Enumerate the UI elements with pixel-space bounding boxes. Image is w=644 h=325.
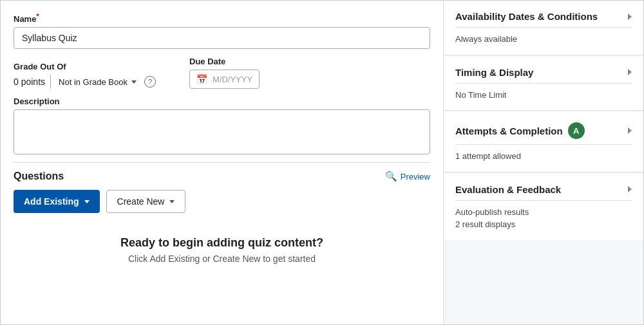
calendar-icon: 📅 xyxy=(196,74,207,84)
availability-divider xyxy=(455,27,632,28)
create-new-chevron-icon xyxy=(169,200,175,203)
name-input[interactable] xyxy=(14,27,430,49)
grade-points: 0 points xyxy=(14,77,45,87)
add-existing-label: Add Existing xyxy=(24,196,79,207)
timing-title: Timing & Display xyxy=(455,67,533,78)
availability-title: Availability Dates & Conditions xyxy=(455,11,598,22)
create-new-label: Create New xyxy=(117,196,165,207)
availability-header-row: Availability Dates & Conditions xyxy=(455,11,632,22)
attempts-subtext: 1 attempt allowed xyxy=(455,150,632,163)
attempts-section[interactable]: Attempts & Completion A 1 attempt allowe… xyxy=(444,112,643,172)
timing-section[interactable]: Timing & Display No Time Limit xyxy=(444,57,643,111)
attempts-badge: A xyxy=(568,122,585,139)
evaluation-title: Evaluation & Feedback xyxy=(455,184,561,195)
due-date-placeholder: M/D/YYYY xyxy=(213,75,252,84)
questions-title: Questions xyxy=(14,171,64,182)
left-panel: Name* Grade Out Of 0 points Not in Grade… xyxy=(1,1,444,324)
due-date-label: Due Date xyxy=(189,57,260,66)
add-existing-chevron-icon xyxy=(84,200,90,203)
name-field-group: Name* xyxy=(14,12,430,49)
main-container: Name* Grade Out Of 0 points Not in Grade… xyxy=(0,0,644,325)
evaluation-subtext1: Auto-publish results xyxy=(455,206,632,219)
empty-state-title: Ready to begin adding quiz content? xyxy=(120,236,323,250)
add-existing-button[interactable]: Add Existing xyxy=(14,190,100,213)
grade-label: Grade Out Of xyxy=(14,62,156,71)
questions-header: Questions 🔍 Preview xyxy=(14,171,430,182)
attempts-chevron-icon xyxy=(628,127,632,134)
grade-book-chevron-icon xyxy=(131,80,137,84)
availability-chevron-icon xyxy=(628,14,632,20)
evaluation-header-row: Evaluation & Feedback xyxy=(455,184,632,195)
description-label: Description xyxy=(14,97,430,106)
timing-chevron-icon xyxy=(628,69,632,75)
timing-header-row: Timing & Display xyxy=(455,67,632,78)
evaluation-section[interactable]: Evaluation & Feedback Auto-publish resul… xyxy=(444,174,643,240)
availability-subtext: Always available xyxy=(455,33,632,46)
grade-section: Grade Out Of 0 points Not in Grade Book … xyxy=(14,62,156,89)
grade-row: 0 points Not in Grade Book ? xyxy=(14,75,156,89)
attempts-header-row: Attempts & Completion A xyxy=(455,122,632,139)
preview-icon: 🔍 xyxy=(385,171,397,182)
due-date-section: Due Date 📅 M/D/YYYY xyxy=(189,57,260,89)
attempts-title: Attempts & Completion A xyxy=(455,122,585,139)
availability-section[interactable]: Availability Dates & Conditions Always a… xyxy=(444,1,643,55)
description-field-group: Description xyxy=(14,97,430,154)
name-label: Name* xyxy=(14,12,430,24)
evaluation-chevron-icon xyxy=(628,186,632,192)
empty-state-subtitle: Click Add Existing or Create New to get … xyxy=(128,254,316,264)
empty-state: Ready to begin adding quiz content? Clic… xyxy=(14,223,430,277)
grade-book-label: Not in Grade Book xyxy=(59,77,128,87)
evaluation-divider xyxy=(455,200,632,201)
grade-book-dropdown[interactable]: Not in Grade Book xyxy=(56,76,139,88)
timing-divider xyxy=(455,83,632,84)
description-input[interactable] xyxy=(14,109,430,154)
preview-label: Preview xyxy=(401,172,430,181)
evaluation-subtext2: 2 result displays xyxy=(455,218,632,231)
timing-subtext: No Time Limit xyxy=(455,89,632,102)
preview-button[interactable]: 🔍 Preview xyxy=(385,171,430,182)
grade-divider xyxy=(50,75,51,89)
create-new-button[interactable]: Create New xyxy=(106,190,186,213)
grade-help-icon[interactable]: ? xyxy=(144,76,156,88)
due-date-input-wrap[interactable]: 📅 M/D/YYYY xyxy=(189,70,260,89)
grade-due-row: Grade Out Of 0 points Not in Grade Book … xyxy=(14,57,430,89)
action-row: Add Existing Create New xyxy=(14,190,430,213)
attempts-title-text: Attempts & Completion xyxy=(455,125,563,136)
right-panel: Availability Dates & Conditions Always a… xyxy=(444,1,643,324)
questions-section: Questions 🔍 Preview Add Existing Create … xyxy=(14,162,430,277)
attempts-divider xyxy=(455,144,632,145)
